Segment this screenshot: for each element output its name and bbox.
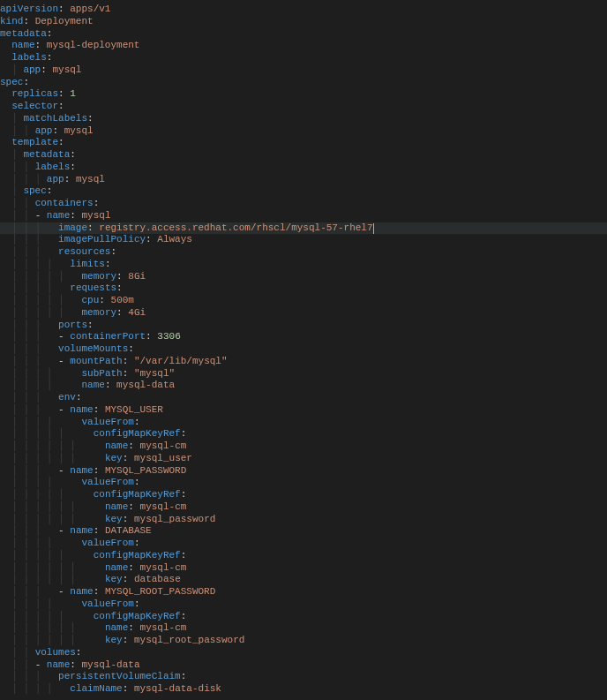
yaml-key: name: [105, 622, 128, 633]
yaml-value: apps/v1: [70, 4, 110, 14]
yaml-value: mysql: [64, 125, 94, 136]
yaml-key: name: [47, 659, 70, 670]
yaml-key: app: [35, 125, 53, 136]
code-line[interactable]: │ │ │ │ valueFrom:: [0, 477, 607, 489]
code-line[interactable]: │ │ │ app: mysql: [0, 174, 607, 186]
code-line[interactable]: │ │ - name: mysql-data: [0, 659, 607, 672]
code-line[interactable]: │ │ │ │ │ │ key: database: [0, 574, 607, 586]
yaml-value: mysql_user: [134, 453, 192, 463]
yaml-key: name: [105, 501, 128, 512]
yaml-key: volumeMounts: [58, 343, 128, 354]
yaml-key: name: [47, 210, 70, 221]
yaml-value: mysql_password: [134, 514, 215, 524]
code-line[interactable]: kind: Deployment: [0, 16, 607, 28]
code-line[interactable]: name: mysql-deployment: [0, 40, 607, 52]
yaml-key: key: [105, 574, 123, 584]
code-line[interactable]: apiVersion: apps/v1: [0, 4, 607, 16]
yaml-value: "/var/lib/mysql": [134, 356, 228, 366]
yaml-key: replicas: [11, 88, 58, 99]
yaml-value: mysql-cm: [140, 501, 187, 512]
yaml-value: 1: [70, 88, 76, 99]
code-line[interactable]: │ │ │ persistentVolumeClaim:: [0, 671, 607, 683]
code-line[interactable]: │ │ │ - name: MYSQL_ROOT_PASSWORD: [0, 586, 607, 598]
yaml-key: apiVersion: [0, 4, 58, 14]
yaml-value: mysql: [76, 174, 105, 184]
code-line[interactable]: │ spec:: [0, 185, 607, 198]
code-line[interactable]: │ │ │ resources:: [0, 246, 607, 259]
code-line[interactable]: │ │ │ ports:: [0, 320, 607, 332]
code-line[interactable]: │ │ │ │ │ │ name: mysql-cm: [0, 562, 607, 575]
code-line[interactable]: │ │ - name: mysql: [0, 210, 607, 222]
code-line[interactable]: │ │ │ │ │ configMapKeyRef:: [0, 611, 607, 623]
yaml-key: name: [81, 380, 104, 390]
code-line[interactable]: │ metadata:: [0, 149, 607, 162]
code-line[interactable]: │ │ │ │ limits:: [0, 259, 607, 271]
code-line[interactable]: │ │ │ volumeMounts:: [0, 343, 607, 356]
code-line[interactable]: │ │ │ │ │ │ name: mysql-cm: [0, 622, 607, 635]
code-line[interactable]: │ │ │ │ valueFrom:: [0, 538, 607, 550]
code-line[interactable]: │ │ │ - name: DATABASE: [0, 525, 607, 538]
code-line[interactable]: │ │ │ │ requests:: [0, 282, 607, 295]
code-line[interactable]: │ │ │ │ │ memory: 4Gi: [0, 307, 607, 320]
yaml-key: name: [70, 525, 93, 536]
code-editor[interactable]: apiVersion: apps/v1kind: Deploymentmetad…: [0, 0, 607, 696]
yaml-key: valueFrom: [81, 598, 133, 609]
yaml-value: registry.access.redhat.com/rhscl/mysql-5…: [99, 222, 372, 233]
code-line[interactable]: │ │ labels:: [0, 162, 607, 174]
code-line[interactable]: template:: [0, 137, 607, 149]
code-line[interactable]: │ │ containers:: [0, 198, 607, 210]
code-line[interactable]: │ │ │ │ │ │ name: mysql-cm: [0, 501, 607, 514]
yaml-key: claimName: [70, 683, 122, 694]
code-line[interactable]: │ │ │ - containerPort: 3306: [0, 331, 607, 343]
code-line[interactable]: │ │ volumes:: [0, 647, 607, 659]
yaml-key: template: [11, 137, 58, 147]
yaml-key: cpu: [82, 295, 100, 305]
yaml-value: 8Gi: [128, 271, 146, 282]
yaml-value: mysql-data: [116, 380, 175, 390]
yaml-value: MYSQL_ROOT_PASSWORD: [105, 586, 215, 597]
code-line[interactable]: │ │ │ - name: MYSQL_PASSWORD: [0, 465, 607, 478]
code-line[interactable]: labels:: [0, 52, 607, 64]
yaml-value: 3306: [157, 331, 180, 342]
code-line[interactable]: │ │ app: mysql: [0, 125, 607, 138]
code-line[interactable]: │ │ │ │ name: mysql-data: [0, 380, 607, 392]
yaml-key: ports: [58, 320, 87, 330]
yaml-value: MYSQL_PASSWORD: [105, 465, 186, 476]
yaml-key: containerPort: [70, 331, 146, 342]
code-line[interactable]: │ │ │ - name: MYSQL_USER: [0, 404, 607, 417]
code-line[interactable]: spec:: [0, 77, 607, 89]
code-line[interactable]: │ │ │ │ │ memory: 8Gi: [0, 271, 607, 283]
yaml-key: app: [23, 64, 41, 75]
yaml-key: name: [105, 440, 128, 451]
yaml-key: selector: [11, 101, 58, 111]
code-line[interactable]: metadata:: [0, 28, 607, 41]
code-line[interactable]: │ │ │ │ │ │ key: mysql_root_password: [0, 635, 607, 647]
code-line[interactable]: │ │ │ │ claimName: mysql-data-disk: [0, 683, 607, 696]
code-line[interactable]: │ │ │ imagePullPolicy: Always: [0, 234, 607, 246]
code-line[interactable]: │ │ │ │ │ │ key: mysql_user: [0, 453, 607, 465]
yaml-key: key: [105, 514, 123, 524]
code-line[interactable]: │ app: mysql: [0, 64, 607, 77]
code-line[interactable]: │ │ │ env:: [0, 392, 607, 404]
yaml-key: metadata: [0, 28, 47, 39]
code-line[interactable]: │ │ │ │ valueFrom:: [0, 417, 607, 429]
code-line[interactable]: │ │ │ - mountPath: "/var/lib/mysql": [0, 356, 607, 368]
code-line[interactable]: │ │ │ │ valueFrom:: [0, 598, 607, 611]
code-line[interactable]: │ │ │ │ │ configMapKeyRef:: [0, 428, 607, 440]
yaml-key: imagePullPolicy: [58, 234, 146, 245]
code-line[interactable]: selector:: [0, 101, 607, 113]
yaml-key: name: [70, 586, 93, 597]
yaml-value: 500m: [111, 295, 134, 305]
code-line[interactable]: │ │ │ │ subPath: "mysql": [0, 368, 607, 380]
code-line[interactable]: │ │ │ │ │ │ name: mysql-cm: [0, 440, 607, 453]
code-line[interactable]: │ │ │ │ │ configMapKeyRef:: [0, 550, 607, 562]
code-line[interactable]: │ │ │ │ │ │ key: mysql_password: [0, 514, 607, 526]
code-line[interactable]: │ │ │ │ │ cpu: 500m: [0, 295, 607, 307]
yaml-value: Deployment: [35, 16, 94, 26]
code-line[interactable]: │ │ │ image: registry.access.redhat.com/…: [0, 222, 607, 235]
code-line[interactable]: │ │ │ │ │ configMapKeyRef:: [0, 489, 607, 501]
yaml-value: database: [134, 574, 181, 584]
yaml-value: Always: [157, 234, 192, 245]
code-line[interactable]: replicas: 1: [0, 88, 607, 101]
code-line[interactable]: │ matchLabels:: [0, 113, 607, 125]
